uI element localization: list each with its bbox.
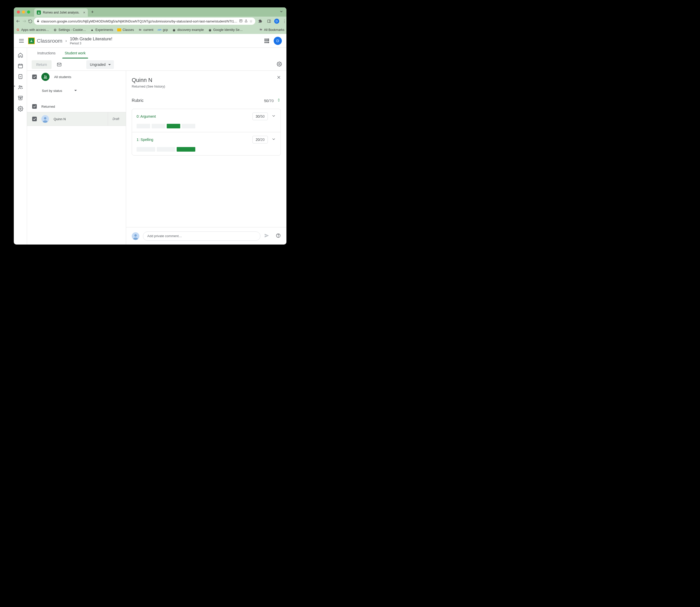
select-all-checkbox[interactable]: [32, 75, 37, 79]
bookmark-classes[interactable]: Classes: [117, 28, 134, 32]
url-text: classroom.google.com/u/0/c/NjEyMDI4ODIxM…: [41, 19, 238, 23]
close-window-button[interactable]: [17, 11, 20, 14]
level-bar[interactable]: [137, 147, 155, 152]
people-icon[interactable]: ▸: [18, 84, 23, 90]
help-icon[interactable]: [276, 233, 281, 239]
bookmark-settings[interactable]: ⚙Settings - Cookie…: [53, 28, 86, 32]
app-name[interactable]: Classroom: [37, 38, 62, 44]
reload-button[interactable]: [28, 18, 33, 25]
detail-status[interactable]: Returned (See history): [132, 84, 281, 88]
google-apps-icon[interactable]: [265, 39, 269, 43]
chevron-down-icon[interactable]: [271, 137, 276, 142]
student-status-label: Draft: [108, 112, 121, 126]
criterion-title[interactable]: 1: Spelling: [137, 138, 153, 142]
rubric-expand-icon[interactable]: [277, 98, 281, 103]
browser-avatar[interactable]: D: [274, 19, 279, 24]
forward-button[interactable]: [22, 18, 26, 25]
bookmark-star-icon[interactable]: ☆: [249, 19, 253, 23]
browser-tab-title: Romeo and Juliet analysis.: [43, 11, 79, 14]
section-checkbox[interactable]: [32, 104, 37, 109]
classroom-logo[interactable]: [28, 38, 35, 44]
student-name-label: Quinn N: [54, 117, 66, 121]
home-icon[interactable]: [18, 52, 23, 58]
svg-rect-7: [268, 20, 271, 23]
criterion-score-input[interactable]: 30/50: [252, 112, 268, 120]
filter-dropdown[interactable]: Ungraded: [86, 60, 114, 69]
chevron-down-icon[interactable]: [271, 113, 276, 119]
send-icon[interactable]: [264, 233, 270, 239]
level-bar-active[interactable]: [177, 147, 195, 152]
toolbar: Return Ungraded: [27, 59, 286, 71]
private-comment-input[interactable]: Add private comment…: [143, 231, 261, 241]
class-title: 10th Grade Literature!: [70, 37, 112, 42]
tab-instructions[interactable]: Instructions: [37, 48, 56, 59]
level-bar[interactable]: [182, 124, 195, 128]
all-bookmarks-button[interactable]: All Bookmarks: [259, 28, 284, 32]
close-detail-icon[interactable]: [276, 75, 281, 81]
bookmark-apps[interactable]: GApps with access…: [16, 28, 49, 32]
new-tab-button[interactable]: +: [89, 8, 96, 16]
browser-tabstrip: Romeo and Juliet analysis. × +: [14, 7, 286, 17]
breadcrumb[interactable]: 10th Grade Literature! Period 3: [70, 37, 112, 45]
bookmark-identity[interactable]: ◉Google Identity Se…: [208, 28, 243, 32]
student-checkbox[interactable]: [32, 117, 37, 121]
left-rail: ▸: [14, 48, 27, 245]
minimize-window-button[interactable]: [22, 11, 25, 14]
browser-menu-icon[interactable]: ⋮: [281, 18, 286, 25]
bookmarks-bar: GApps with access… ⚙Settings - Cookie… ▲…: [14, 26, 286, 34]
level-bar[interactable]: [152, 124, 165, 128]
chevron-right-icon: ›: [65, 39, 67, 43]
all-students-row[interactable]: All students: [27, 71, 126, 83]
gear-icon[interactable]: [277, 62, 282, 68]
level-bar-active[interactable]: [167, 124, 180, 128]
criterion-score-input[interactable]: 20/20: [252, 136, 268, 144]
svg-point-29: [44, 117, 46, 120]
back-button[interactable]: [16, 18, 20, 25]
archive-icon[interactable]: [18, 95, 23, 101]
filter-label: Ungraded: [90, 63, 106, 67]
bookmark-discovery[interactable]: ◉discovery example: [172, 28, 204, 32]
sort-label: Sort by status: [42, 89, 62, 93]
address-bar[interactable]: classroom.google.com/u/0/c/NjEyMDI4ODIxM…: [34, 18, 255, 25]
level-bar[interactable]: [157, 147, 176, 152]
extensions-icon[interactable]: [257, 18, 264, 25]
bookmark-gcp[interactable]: APIgcp: [158, 28, 168, 32]
maximize-window-button[interactable]: [27, 11, 30, 14]
level-bar[interactable]: [137, 124, 150, 128]
comment-bar: Add private comment…: [126, 227, 286, 245]
tab-overflow-icon[interactable]: [279, 9, 283, 15]
bookmark-experiments[interactable]: ▲Experiments: [90, 28, 113, 32]
browser-tab[interactable]: Romeo and Juliet analysis. ×: [34, 8, 88, 17]
class-subtitle: Period 3: [70, 42, 112, 45]
close-tab-icon[interactable]: ×: [83, 11, 85, 15]
student-list-pane: All students Sort by status Returned: [27, 71, 126, 245]
criterion-spelling: 1: Spelling 20/20: [132, 132, 281, 155]
browser-toolbar: classroom.google.com/u/0/c/NjEyMDI4ODIxM…: [14, 17, 286, 26]
classroom-favicon: [37, 11, 41, 15]
account-avatar[interactable]: D: [274, 37, 282, 45]
bookmark-current[interactable]: current: [138, 28, 153, 32]
svg-point-32: [134, 234, 137, 236]
browser-right-icons: D ⋮: [257, 18, 286, 25]
review-icon[interactable]: [18, 74, 23, 79]
svg-point-27: [44, 76, 46, 77]
return-button[interactable]: Return: [32, 60, 52, 69]
calendar-icon[interactable]: [18, 63, 23, 69]
tab-student-work[interactable]: Student work: [65, 48, 86, 59]
svg-point-18: [19, 86, 20, 87]
submission-detail-pane: Quinn N Returned (See history) Rubric 50…: [126, 71, 286, 245]
sidepanel-icon[interactable]: [266, 18, 273, 25]
window-controls: [17, 11, 30, 14]
mail-icon[interactable]: [55, 60, 64, 69]
main-area: Instructions Student work Return Ungrade…: [27, 48, 286, 245]
hamburger-menu-icon[interactable]: [18, 38, 24, 44]
criterion-title[interactable]: 0: Argument: [137, 114, 156, 119]
install-app-icon[interactable]: [239, 19, 243, 23]
svg-point-26: [279, 63, 280, 65]
sort-dropdown[interactable]: Sort by status: [42, 89, 77, 93]
settings-icon[interactable]: [18, 106, 23, 111]
section-label: Returned: [41, 105, 55, 108]
all-students-icon: [41, 73, 49, 81]
student-row[interactable]: Quinn N Draft: [27, 112, 126, 126]
share-icon[interactable]: [244, 19, 248, 23]
